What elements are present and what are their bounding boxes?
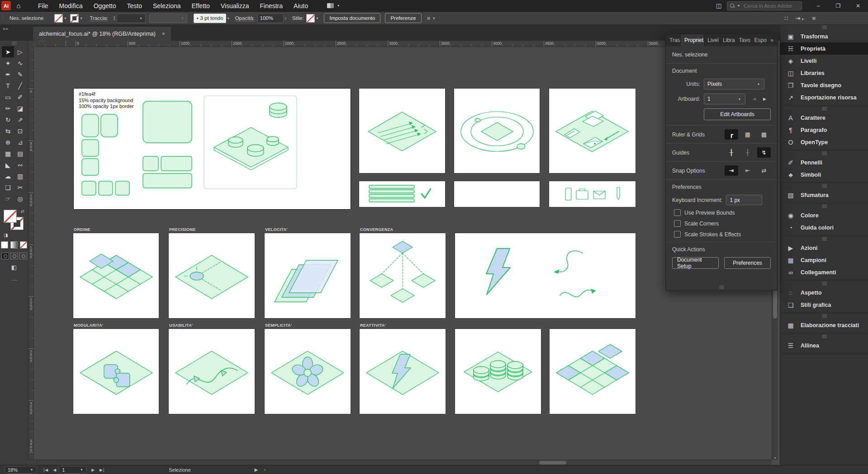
prev-artboard-icon[interactable]: ◀ — [753, 97, 756, 101]
dock-item-sfumatura[interactable]: ▧Sfumatura — [780, 189, 868, 201]
artboard-empty[interactable] — [454, 181, 540, 207]
direct-selection-tool[interactable]: ▷ — [14, 46, 26, 57]
artboard-ordine[interactable] — [73, 233, 159, 318]
dock-item-livelli[interactable]: ◈Livelli — [780, 55, 868, 67]
artboard-checklist[interactable] — [359, 181, 445, 207]
scale-corners-checkbox[interactable] — [674, 220, 681, 227]
tab-libraries[interactable]: Libra — [719, 34, 735, 46]
chevron-down-icon[interactable]: ▾ — [316, 16, 318, 20]
dock-item-collegamenti[interactable]: ∞Collegamenti — [780, 266, 868, 278]
smart-guides-button[interactable]: ↯ — [757, 147, 771, 158]
dock-item-colore[interactable]: ◉Colore — [780, 209, 868, 221]
paintbrush-tool[interactable]: ✐ — [14, 91, 26, 103]
tab-livelli[interactable]: Livel — [704, 34, 719, 46]
status-menu-icon[interactable]: ▶ — [254, 467, 258, 472]
chevron-down-icon[interactable]: ▾ — [80, 16, 82, 20]
panel-resize-handle[interactable]: |||||||| — [666, 285, 777, 289]
tab-trasforma[interactable]: Tras — [666, 34, 681, 46]
artboard-1[interactable]: #1fea4f 15% opacity background 100% opac… — [74, 89, 351, 209]
eraser-tool[interactable]: ◪ — [14, 103, 26, 114]
document-setup-quick-button[interactable]: Document Setup — [672, 257, 719, 269]
show-guides-button[interactable]: ╂ — [725, 147, 738, 158]
menu-effetto[interactable]: Effetto — [192, 2, 210, 9]
lasso-tool[interactable]: ∿ — [14, 57, 26, 69]
zoom-level-dropdown[interactable]: 18% ▾ — [5, 466, 37, 474]
artboard-bolt-squiggles[interactable] — [455, 233, 636, 318]
dock-item-simboli[interactable]: ♣Simboli — [780, 169, 868, 181]
minimize-button[interactable]: – — [808, 0, 828, 11]
shape-builder-tool[interactable]: ⊕ — [2, 136, 14, 148]
keyboard-increment-input[interactable]: 1 px — [726, 195, 762, 205]
dock-item-tavole-disegno[interactable]: ❐Tavole disegno — [780, 79, 868, 91]
tab-close-icon[interactable]: × — [162, 31, 165, 37]
blend-tool[interactable]: ∾ — [14, 159, 26, 170]
default-fill-stroke-icon[interactable]: ◨ — [4, 233, 8, 238]
menu-oggetto[interactable]: Oggetto — [94, 2, 116, 9]
artboard-semplicita[interactable] — [265, 329, 351, 414]
menu-file[interactable]: File — [38, 2, 48, 9]
lock-guides-button[interactable]: ╂ — [741, 147, 754, 158]
artboard-orbits[interactable] — [454, 89, 540, 173]
restore-button[interactable]: ❐ — [828, 0, 848, 11]
free-transform-tool[interactable]: ⊡ — [14, 125, 26, 136]
shaper-tool[interactable]: ✏ — [2, 103, 14, 114]
screen-mode-icon[interactable]: ◧ — [0, 264, 28, 271]
pen-tool[interactable]: ✒ — [2, 69, 14, 80]
menu-visualizza[interactable]: Visualizza — [221, 2, 249, 9]
vertical-scrollbar-thumb[interactable] — [773, 287, 777, 319]
perspective-grid-tool[interactable]: ⊿ — [14, 136, 26, 148]
artboard-reattivita[interactable] — [360, 329, 446, 414]
scroll-down-icon[interactable]: ▾ — [772, 456, 778, 460]
chevron-down-icon[interactable]: ▾ — [228, 16, 229, 20]
chevron-down-icon[interactable]: ▾ — [64, 16, 66, 20]
opacity-dropdown[interactable]: 100% — [257, 14, 284, 23]
artboard-coin-stacks[interactable] — [455, 329, 541, 414]
next-artboard-icon[interactable]: ▶ — [763, 97, 766, 101]
stroke-weight-stepper[interactable]: ▴▾ — [114, 15, 115, 21]
stroke-weight-dropdown[interactable]: ▾ — [117, 14, 146, 23]
gradient-button[interactable] — [10, 241, 18, 249]
close-button[interactable]: ✕ — [848, 0, 868, 11]
dock-item-esportazione-risorsa[interactable]: ↗Esportazione risorsa — [780, 91, 868, 103]
show-rulers-button[interactable]: ┏ — [725, 129, 738, 140]
line-segment-tool[interactable]: ╱ — [14, 80, 26, 91]
search-input[interactable] — [743, 3, 799, 9]
last-artboard-button[interactable]: ▶| — [100, 468, 104, 472]
rectangle-tool[interactable]: ▭ — [2, 91, 14, 103]
dock-item-trasforma[interactable]: ▣Trasforma — [780, 30, 868, 42]
tab-overflow-icon[interactable]: » — [767, 34, 777, 46]
document-setup-button[interactable]: Imposta documento — [324, 13, 380, 23]
scale-strokes-checkbox[interactable] — [674, 231, 681, 238]
gradient-tool[interactable]: ▤ — [14, 148, 26, 159]
transparency-grid-button[interactable]: ▩ — [757, 129, 771, 140]
dock-item-libraries[interactable]: ◫Libraries — [780, 67, 868, 79]
artboard-usabilita[interactable] — [169, 329, 255, 414]
fill-color-swatch[interactable] — [54, 14, 63, 23]
dock-item-elaborazione-tracciati[interactable]: ▩Elaborazione tracciati — [780, 319, 868, 331]
status-back-icon[interactable]: ‹ — [264, 467, 266, 472]
arrange-documents-icon[interactable]: ∷ — [784, 15, 788, 22]
artboard-velocita[interactable] — [265, 233, 351, 318]
draw-inside-mode[interactable] — [19, 253, 27, 259]
opacity-stepper-icon[interactable]: › — [285, 16, 286, 21]
artboard-tool[interactable]: ❏ — [2, 182, 14, 193]
dock-item-azioni[interactable]: ▶Azioni — [780, 242, 868, 254]
draw-normal-mode[interactable] — [1, 253, 9, 259]
slice-tool[interactable]: ✂ — [14, 182, 26, 193]
menu-testo[interactable]: Testo — [127, 2, 142, 9]
use-preview-bounds-checkbox[interactable] — [674, 209, 681, 216]
width-tool[interactable]: ⇆ — [2, 125, 14, 136]
zoom-tool[interactable]: ◎ — [14, 193, 26, 204]
artboard-convergenza[interactable] — [360, 233, 446, 318]
variable-width-profile-dropdown[interactable]: ▾ — [149, 14, 187, 23]
tab-esportazione[interactable]: Espo — [751, 34, 767, 46]
stroke-weight-label[interactable]: Traccia: — [90, 15, 108, 21]
artboard-modularita[interactable] — [73, 329, 159, 414]
artboard-layered-tiles[interactable] — [550, 329, 636, 414]
units-dropdown[interactable]: Pixels ▾ — [704, 79, 764, 89]
dock-item-guida-colori[interactable]: ◔Guida colori — [780, 221, 868, 234]
horizontal-scrollbar-thumb[interactable] — [539, 461, 566, 465]
eyedropper-tool[interactable]: ◣ — [2, 159, 14, 170]
edit-artboards-button[interactable]: Edit Artboards — [704, 108, 771, 120]
align-glyphs-icon[interactable]: ≡ — [427, 15, 431, 22]
